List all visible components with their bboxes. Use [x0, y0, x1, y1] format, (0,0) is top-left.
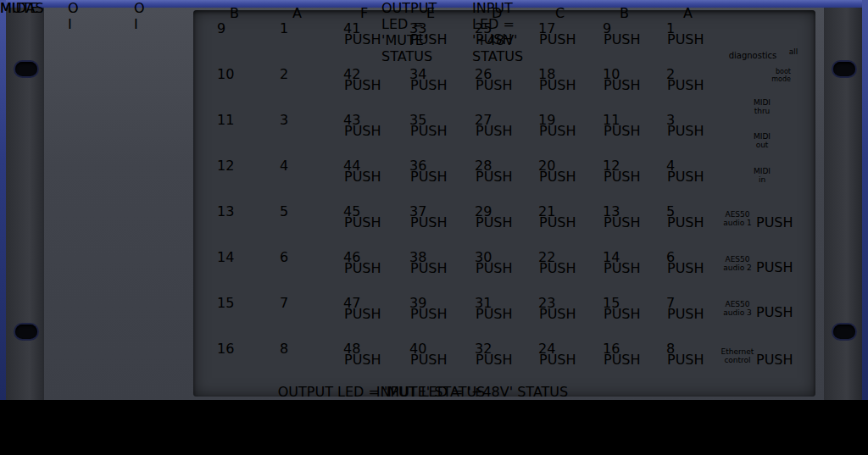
aes50-port-label: AES50 audio 2 [719, 255, 756, 272]
aes50-port-label: AES50 audio 3 [719, 300, 756, 317]
push-latch: PUSH [756, 304, 793, 320]
aes50-port-label: AES50 audio 1 [719, 210, 756, 227]
midas-stagebox-rear-panel: { "brand_logo": "MIDAS", "connector_grid… [0, 0, 868, 455]
push-latch: PUSH [756, 259, 793, 275]
ethernet-control-label: Ethernet control [719, 347, 756, 364]
push-latch: PUSH [756, 352, 793, 368]
push-latch: PUSH [756, 214, 793, 230]
midi-port-label: MIDI out [751, 132, 773, 149]
midi-port-label: MIDI thru [751, 98, 773, 115]
midi-port-label: MIDI in [751, 167, 773, 184]
reflected-screws [0, 0, 868, 55]
